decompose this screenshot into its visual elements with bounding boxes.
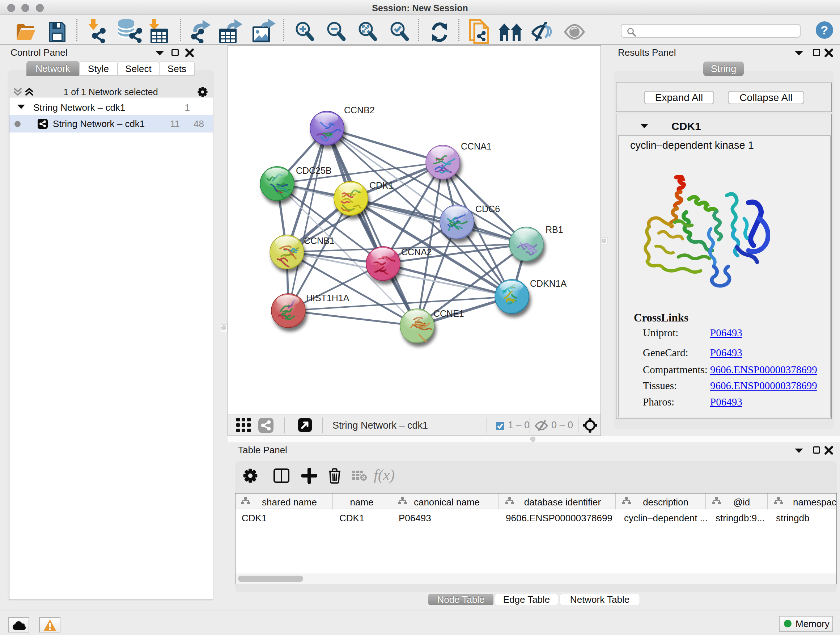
- svg-text:CDKN1A: CDKN1A: [530, 279, 567, 288]
- svg-text:CDK1: CDK1: [369, 180, 393, 190]
- svg-text:CCNB1: CCNB1: [304, 236, 335, 246]
- svg-text:CCNB2: CCNB2: [344, 105, 375, 115]
- svg-text:CDC25B: CDC25B: [296, 165, 332, 176]
- svg-text:CDC6: CDC6: [475, 204, 500, 214]
- svg-text:CCNE1: CCNE1: [433, 309, 464, 318]
- svg-text:CCNA2: CCNA2: [401, 247, 432, 257]
- svg-text:HIST1H1A: HIST1H1A: [306, 293, 349, 303]
- svg-text:CCNA1: CCNA1: [461, 141, 492, 151]
- svg-text:?: ?: [821, 23, 829, 37]
- svg-text:RB1: RB1: [546, 225, 563, 234]
